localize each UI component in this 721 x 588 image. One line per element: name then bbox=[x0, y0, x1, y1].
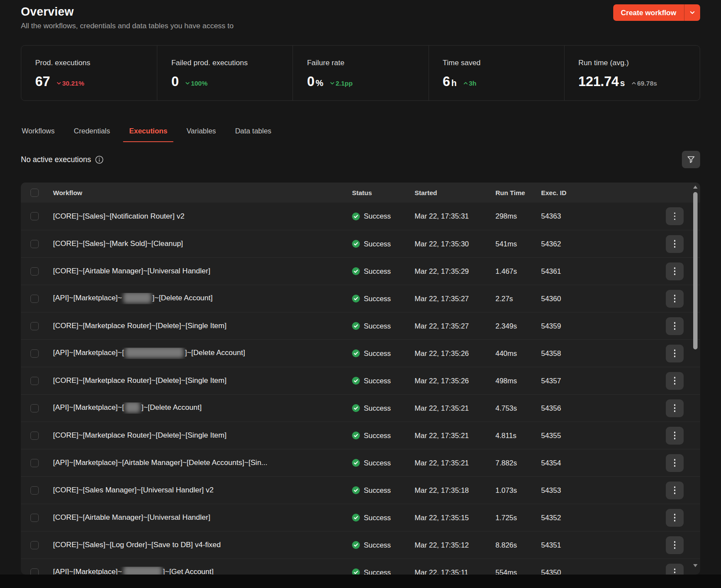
status-badge: Success bbox=[352, 404, 415, 412]
table-row[interactable]: [CORE]~[Sales]~[Mark Sold]~[Cleanup] Suc… bbox=[21, 230, 700, 257]
row-checkbox[interactable] bbox=[30, 486, 39, 495]
started-value: Mar 22, 17:35:21 bbox=[415, 459, 495, 467]
table-row[interactable]: [API]~[Marketplace]~[]~[Delete Account] … bbox=[21, 339, 700, 367]
create-workflow-button[interactable]: Create workflow bbox=[613, 4, 700, 21]
column-header-status: Status bbox=[352, 189, 415, 196]
stat-card: Prod. executions 67 30.21% bbox=[21, 46, 157, 100]
info-icon[interactable] bbox=[95, 156, 103, 164]
status-label: Success bbox=[364, 514, 391, 522]
runtime-value: 298ms bbox=[495, 212, 541, 220]
row-actions-button[interactable] bbox=[666, 235, 684, 253]
row-actions-button[interactable] bbox=[666, 317, 684, 335]
column-header-execid: Exec. ID bbox=[541, 189, 606, 196]
status-label: Success bbox=[364, 541, 391, 549]
row-checkbox[interactable] bbox=[30, 514, 39, 522]
runtime-value: 4.811s bbox=[495, 432, 541, 440]
no-active-executions-message: No active executions bbox=[21, 155, 103, 164]
delta-chevron-icon bbox=[631, 80, 637, 86]
row-checkbox[interactable] bbox=[30, 541, 39, 549]
runtime-value: 1.467s bbox=[495, 267, 541, 276]
row-checkbox[interactable] bbox=[30, 459, 39, 467]
stat-card: Failure rate 0% 2.1pp bbox=[292, 46, 428, 100]
tab-data-tables[interactable]: Data tables bbox=[234, 127, 272, 142]
row-actions-button[interactable] bbox=[666, 399, 684, 417]
row-checkbox[interactable] bbox=[30, 295, 39, 303]
table-row[interactable]: [API]~[Marketplace]~[Airtable Manager]~[… bbox=[21, 449, 700, 476]
stat-delta: 100% bbox=[185, 80, 207, 87]
tab-executions[interactable]: Executions bbox=[128, 127, 168, 142]
table-scrollbar[interactable] bbox=[693, 185, 698, 572]
table-row[interactable]: [CORE]~[Marketplace Router]~[Delete]~[Si… bbox=[21, 422, 700, 449]
status-label: Success bbox=[364, 486, 391, 495]
redacted-text bbox=[123, 293, 151, 303]
status-badge: Success bbox=[352, 295, 415, 303]
tab-variables[interactable]: Variables bbox=[186, 127, 217, 142]
workflow-name: [API]~[Marketplace]~[]~[Delete Account] bbox=[53, 402, 352, 414]
started-value: Mar 22, 17:35:27 bbox=[415, 295, 495, 303]
row-checkbox[interactable] bbox=[30, 349, 39, 358]
row-checkbox[interactable] bbox=[30, 568, 39, 575]
row-checkbox[interactable] bbox=[30, 404, 39, 412]
execid-value: 54360 bbox=[541, 295, 606, 303]
row-actions-button[interactable] bbox=[666, 482, 684, 499]
success-icon bbox=[352, 295, 360, 302]
started-value: Mar 22, 17:35:21 bbox=[415, 404, 495, 412]
row-checkbox[interactable] bbox=[30, 212, 39, 220]
row-actions-button[interactable] bbox=[666, 536, 684, 554]
stat-delta-text: 2.1pp bbox=[336, 80, 352, 87]
row-checkbox[interactable] bbox=[30, 377, 39, 385]
table-row[interactable]: [CORE]~[Airtable Manager]~[Universal Han… bbox=[21, 504, 700, 531]
table-row[interactable]: [CORE]~[Marketplace Router]~[Delete]~[Si… bbox=[21, 312, 700, 339]
status-label: Success bbox=[364, 377, 391, 385]
status-badge: Success bbox=[352, 432, 415, 440]
stat-value: 6 bbox=[443, 74, 450, 90]
tabs: WorkflowsCredentialsExecutionsVariablesD… bbox=[21, 127, 272, 142]
table-row[interactable]: [CORE]~[Marketplace Router]~[Delete]~[Si… bbox=[21, 367, 700, 394]
stat-delta-text: 3h bbox=[469, 80, 477, 87]
started-value: Mar 22, 17:35:11 bbox=[415, 568, 495, 575]
chevron-down-icon[interactable] bbox=[684, 4, 700, 21]
row-actions-button[interactable] bbox=[666, 290, 684, 308]
success-icon bbox=[352, 459, 360, 467]
row-actions-button[interactable] bbox=[666, 345, 684, 362]
table-row[interactable]: [CORE]~[Sales]~[Log Order]~[Save to DB] … bbox=[21, 531, 700, 558]
row-actions-button[interactable] bbox=[666, 372, 684, 390]
table-row[interactable]: [API]~[Marketplace]~]~[Delete Account] S… bbox=[21, 285, 700, 312]
scroll-down-arrow-icon[interactable] bbox=[693, 564, 698, 567]
status-label: Success bbox=[364, 267, 391, 276]
workflow-name: [API]~[Marketplace]~]~[Get Account] bbox=[53, 567, 352, 575]
delta-chevron-icon bbox=[463, 80, 468, 86]
execid-value: 54351 bbox=[541, 541, 606, 549]
row-actions-button[interactable] bbox=[666, 427, 684, 445]
execid-value: 54355 bbox=[541, 432, 606, 440]
table-row[interactable]: [API]~[Marketplace]~]~[Get Account] Succ… bbox=[21, 558, 700, 575]
row-actions-button[interactable] bbox=[666, 564, 684, 575]
table-row[interactable]: [CORE]~[Airtable Manager]~[Universal Han… bbox=[21, 257, 700, 285]
tab-credentials[interactable]: Credentials bbox=[73, 127, 111, 142]
status-badge: Success bbox=[352, 486, 415, 495]
row-checkbox[interactable] bbox=[30, 322, 39, 330]
row-checkbox[interactable] bbox=[30, 267, 39, 276]
workflow-name: [CORE]~[Sales]~[Mark Sold]~[Cleanup] bbox=[53, 239, 352, 248]
table-row[interactable]: [CORE]~[Sales]~[Notification Router] v2 … bbox=[21, 203, 700, 230]
scroll-up-arrow-icon[interactable] bbox=[693, 186, 698, 189]
row-actions-button[interactable] bbox=[666, 207, 684, 225]
stat-label: Failed prod. executions bbox=[171, 59, 292, 67]
tab-workflows[interactable]: Workflows bbox=[21, 127, 56, 142]
table-row[interactable]: [API]~[Marketplace]~[]~[Delete Account] … bbox=[21, 394, 700, 422]
filter-button[interactable] bbox=[682, 151, 700, 168]
executions-bar: No active executions bbox=[21, 150, 700, 169]
started-value: Mar 22, 17:35:29 bbox=[415, 267, 495, 276]
table-row[interactable]: [CORE]~[Sales Manager]~[Universal Handle… bbox=[21, 476, 700, 504]
status-badge: Success bbox=[352, 349, 415, 358]
redacted-text bbox=[125, 348, 183, 358]
row-checkbox[interactable] bbox=[30, 240, 39, 248]
select-all-checkbox[interactable] bbox=[30, 189, 39, 197]
row-actions-button[interactable] bbox=[666, 509, 684, 527]
row-actions-button[interactable] bbox=[666, 454, 684, 472]
row-checkbox[interactable] bbox=[30, 432, 39, 440]
scrollbar-thumb[interactable] bbox=[693, 192, 698, 349]
stat-unit: % bbox=[316, 78, 323, 88]
row-actions-button[interactable] bbox=[666, 262, 684, 280]
workflow-name: [API]~[Marketplace]~[]~[Delete Account] bbox=[53, 348, 352, 359]
